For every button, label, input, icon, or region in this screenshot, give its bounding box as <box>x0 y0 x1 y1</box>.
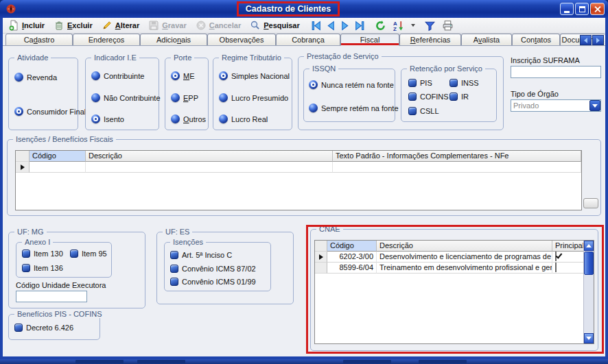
scrollbar-thumb[interactable] <box>584 252 594 275</box>
tab-enderecos[interactable]: Endereços <box>73 34 140 45</box>
checkbox-icon <box>408 79 417 87</box>
table-row[interactable]: 8599-6/04 Treinamento em desenvolvimento… <box>315 263 585 274</box>
tab-referencias[interactable]: Referências <box>399 34 461 45</box>
radio-epp[interactable]: EPP <box>171 93 198 102</box>
radio-icon <box>91 114 100 123</box>
column-header-descricao[interactable]: Descrição <box>86 151 333 162</box>
print-button[interactable] <box>442 20 454 32</box>
radio-lucro-presumido[interactable]: Lucro Presumido <box>219 93 288 102</box>
radio-icon <box>219 93 228 102</box>
checkbox-label: COFINS <box>420 93 449 101</box>
checkbox-item-130[interactable]: Item 130 <box>22 250 63 258</box>
radio-nao-contribuinte[interactable]: Não Contribuinte <box>91 93 161 102</box>
tab-avalista[interactable]: Avalista <box>461 34 512 45</box>
radio-lucro-real[interactable]: Lucro Real <box>219 114 268 123</box>
nav-prev-icon <box>325 20 337 32</box>
nav-first-icon <box>310 20 323 32</box>
sort-button[interactable]: AZ <box>393 20 404 32</box>
nav-prev-button[interactable] <box>325 20 337 32</box>
vertical-scrollbar[interactable] <box>583 241 594 343</box>
checkbox-cofins[interactable]: COFINS <box>408 93 449 101</box>
radio-sempre-retem-na-fonte[interactable]: Sempre retém na fonte <box>309 104 399 112</box>
column-header-codigo[interactable]: Código <box>30 151 86 162</box>
row-pointer-icon <box>21 165 25 170</box>
maximize-icon <box>579 6 585 12</box>
radio-icon <box>14 73 23 82</box>
checkbox-item-95[interactable]: Item 95 <box>70 250 107 258</box>
pesquisar-button[interactable]: Pesquisar <box>248 19 301 33</box>
table-row[interactable] <box>16 162 581 173</box>
titlebar[interactable]: Cadastro de Clientes <box>0 0 608 18</box>
grid-header-row: Código Descrição Texto Padrão - Informaç… <box>16 151 581 162</box>
group-anexo-i-caption: Anexo I <box>22 238 53 246</box>
grid-corner-button[interactable] <box>583 198 598 208</box>
cell-descricao <box>86 162 333 173</box>
radio-isento[interactable]: Isento <box>91 114 124 123</box>
minimize-button[interactable] <box>560 3 574 15</box>
suframa-input[interactable] <box>511 66 601 78</box>
column-header-principal[interactable]: Principal <box>552 241 585 252</box>
principal-checkbox[interactable] <box>555 263 557 272</box>
close-button[interactable] <box>590 3 605 15</box>
alterar-button[interactable]: Alterar <box>100 19 141 33</box>
column-header-descricao[interactable]: Descrição <box>377 241 552 252</box>
tab-scroll-right-button[interactable] <box>592 35 604 45</box>
checkbox-decreto-6426[interactable]: Decreto 6.426 <box>14 324 73 332</box>
excluir-button[interactable]: Excluir <box>52 19 94 33</box>
cell-principal <box>552 263 585 274</box>
gravar-button[interactable]: Gravar <box>147 19 187 33</box>
radio-label: EPP <box>183 94 198 102</box>
checkbox-convenio-icms-01-99[interactable]: Convênio ICMS 01/99 <box>170 278 256 286</box>
cancelar-button[interactable]: Cancelar <box>194 19 242 33</box>
radio-consumidor-final[interactable]: Consumidor Final <box>14 107 86 116</box>
sort-dropdown-button[interactable] <box>410 24 415 27</box>
cnae-grid[interactable]: Código Descrição Principal 6202-3/00 Des… <box>314 240 594 344</box>
table-row[interactable]: 6202-3/00 Desenvolvimento e licenciament… <box>315 252 585 263</box>
radio-revenda[interactable]: Revenda <box>14 73 57 82</box>
tab-cobranca[interactable]: Cobrança <box>276 34 340 45</box>
nav-first-button[interactable] <box>310 20 323 32</box>
checkbox-label: Decreto 6.426 <box>26 324 73 332</box>
isencoes-grid[interactable]: Código Descrição Texto Padrão - Informaç… <box>15 150 582 210</box>
tab-scroll-left-button[interactable] <box>580 35 592 45</box>
column-header-texto-padrao[interactable]: Texto Padrão - Informações Complementare… <box>333 151 581 162</box>
checkbox-item-136[interactable]: Item 136 <box>22 264 63 272</box>
group-cnae-caption: CNAE <box>316 225 343 233</box>
nav-last-button[interactable] <box>353 20 366 32</box>
principal-checkbox[interactable] <box>555 252 557 261</box>
tipo-orgao-dropdown-button[interactable] <box>589 100 600 111</box>
tab-fiscal[interactable]: Fiscal <box>340 34 399 46</box>
checkbox-csll[interactable]: CSLL <box>408 107 439 115</box>
suframa-label: Inscrição SUFRAMA <box>511 56 580 64</box>
radio-icon <box>171 71 180 80</box>
alterar-label: Alterar <box>115 21 139 29</box>
tipo-orgao-select[interactable]: Privado <box>511 99 601 112</box>
column-header-codigo[interactable]: Código <box>327 241 377 252</box>
maximize-button[interactable] <box>575 3 589 15</box>
checkbox-ir[interactable]: IR <box>449 93 469 101</box>
incluir-button[interactable]: Incluir <box>7 19 46 33</box>
checkbox-convenio-icms-87-02[interactable]: Convênio ICMS 87/02 <box>170 265 256 273</box>
refresh-button[interactable] <box>375 20 386 32</box>
checkbox-pis[interactable]: PIS <box>408 79 432 87</box>
filter-button[interactable] <box>424 20 436 32</box>
checkbox-art-5-inciso-c[interactable]: Art. 5ª Inciso C <box>170 251 232 259</box>
tab-adicionais[interactable]: Adicionais <box>140 34 207 45</box>
scroll-down-button[interactable] <box>584 333 594 343</box>
tab-observacoes[interactable]: Observações <box>207 34 276 45</box>
taskbar-button-hint <box>419 360 467 363</box>
scroll-up-button[interactable] <box>584 241 594 251</box>
radio-contribuinte[interactable]: Contribuinte <box>91 71 144 80</box>
screen: Cadastro de Clientes Incluir <box>0 0 608 364</box>
radio-nunca-retem-na-fonte[interactable]: Nunca retém na fonte <box>309 80 394 89</box>
nav-next-button[interactable] <box>339 20 351 32</box>
radio-simples-nacional[interactable]: Simples Nacional <box>219 71 290 80</box>
checkbox-inss[interactable]: INSS <box>449 79 479 87</box>
tab-fiscal-label: Fiscal <box>360 36 380 44</box>
tab-contatos[interactable]: Contatos <box>512 34 560 45</box>
row-indicator <box>315 263 327 274</box>
radio-outros[interactable]: Outros <box>171 114 206 123</box>
tab-cadastro[interactable]: Cadastro <box>5 34 73 45</box>
radio-me[interactable]: ME <box>171 71 195 80</box>
codigo-unidade-executora-input[interactable] <box>16 291 87 302</box>
